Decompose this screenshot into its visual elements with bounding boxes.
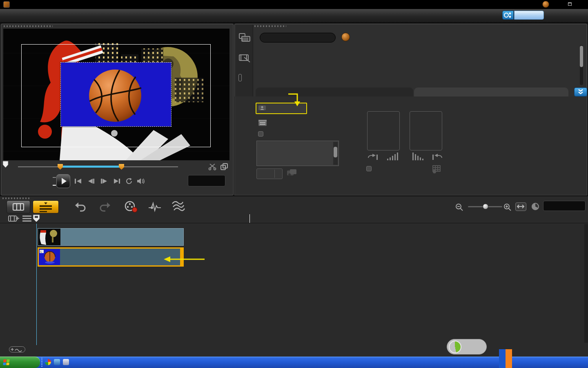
corel-guide-icon[interactable] [542, 1, 549, 8]
clip-uvs-bmp[interactable]: L [38, 247, 184, 267]
panel-grip [4, 25, 53, 27]
fade-in-style-icon[interactable] [386, 152, 399, 161]
gallery-filter-dropdown[interactable] [260, 33, 336, 43]
transition-icon[interactable] [238, 74, 242, 81]
storyboard-view-button[interactable] [7, 200, 30, 213]
go-start-button[interactable] [74, 178, 82, 184]
show-grid-checkbox[interactable] [366, 166, 372, 171]
timeline-vertical-scrollbar[interactable] [584, 224, 588, 343]
application-window: L [0, 0, 588, 368]
restore-button[interactable] [564, 1, 575, 8]
alignment-icon [258, 119, 267, 126]
mode-tick [53, 177, 56, 178]
exit-direction-group [410, 111, 442, 150]
start-button[interactable] [0, 357, 40, 368]
scrub-selection[interactable] [60, 166, 122, 168]
volume-button[interactable] [136, 177, 145, 185]
taskbar-separator [41, 358, 42, 367]
memory-pie [449, 341, 461, 353]
replace-filter-checkbox[interactable] [258, 131, 263, 137]
share-upload-icon[interactable] [502, 11, 514, 20]
home-marker[interactable] [2, 161, 9, 168]
applied-filter-list[interactable] [256, 141, 339, 166]
preview-timecode[interactable] [188, 175, 225, 186]
zoom-out-icon[interactable] [455, 203, 464, 212]
clip-thumbnail: L [39, 249, 60, 265]
play-button[interactable] [56, 174, 70, 188]
go-end-button[interactable] [113, 178, 122, 184]
duration-clock-icon[interactable] [531, 202, 540, 211]
drag-upload-button[interactable] [514, 11, 544, 20]
timeline-ruler[interactable] [0, 214, 588, 223]
quicklaunch-desktop-icon[interactable] [63, 359, 69, 365]
rotate-in-style-icon[interactable] [367, 152, 379, 161]
gallery-manager-icon[interactable] [341, 33, 350, 41]
clip-2jpg[interactable] [38, 228, 184, 246]
library-scrollbar[interactable] [580, 45, 583, 85]
playhead-line[interactable] [36, 224, 37, 345]
add-track-button[interactable] [9, 346, 25, 352]
media-library-icon[interactable] [238, 33, 251, 43]
split-clip-icon[interactable] [208, 163, 216, 171]
annotation-step1-arrow [164, 256, 205, 263]
enter-direction-group [367, 111, 400, 150]
ruler-marker-line [249, 214, 250, 223]
app-icon [3, 1, 10, 8]
annotation-step2-arrow [287, 92, 302, 107]
windows-logo-icon [3, 359, 10, 365]
ripple-edit-icon[interactable] [172, 201, 185, 213]
sound-mixer-icon[interactable] [148, 201, 162, 213]
redo-button[interactable] [99, 201, 111, 213]
customize-filter-icon [287, 169, 297, 177]
tab-edit[interactable] [256, 88, 413, 96]
clip-thumbnail [38, 229, 60, 245]
fade-out-style-icon[interactable] [412, 152, 424, 161]
quicklaunch-media-icon[interactable] [45, 359, 51, 365]
replace-filter-row [258, 131, 267, 137]
tab-attributes[interactable] [414, 88, 568, 96]
filter-list-scrollbar[interactable] [333, 142, 338, 165]
collapse-panel-button[interactable] [574, 88, 587, 96]
scrollbar-thumb[interactable] [580, 46, 583, 67]
net-speed-widget[interactable] [447, 339, 487, 355]
repeat-button[interactable] [125, 177, 133, 185]
rotate-out-style-icon[interactable] [431, 152, 443, 161]
library-grid-row2 [263, 80, 573, 86]
minimize-button[interactable] [552, 1, 563, 8]
mask-icon [258, 105, 266, 112]
prev-frame-button[interactable] [87, 178, 96, 184]
track-list-icon[interactable] [22, 215, 32, 222]
timeline-view-button[interactable] [33, 200, 59, 213]
instant-project-icon[interactable] [238, 53, 251, 63]
alignment-options-button[interactable] [258, 119, 270, 126]
menu-bar [0, 9, 588, 23]
timeline-timecode[interactable] [543, 201, 586, 211]
undo-button[interactable] [74, 201, 87, 213]
track-manager-icon[interactable] [8, 215, 19, 222]
next-frame-button[interactable] [100, 178, 109, 184]
basketball-image [87, 68, 143, 123]
fit-project-button[interactable] [515, 202, 526, 211]
zoom-in-icon[interactable] [503, 203, 512, 212]
show-grid-row [366, 166, 375, 171]
playhead-grabber[interactable] [33, 214, 40, 222]
zoom-slider-handle[interactable] [483, 204, 488, 209]
title-bar [0, 0, 588, 9]
grid-settings-icon[interactable] [431, 164, 442, 174]
record-capture-icon[interactable] [123, 200, 139, 213]
enlarge-preview-icon[interactable] [220, 163, 228, 171]
quicklaunch-ie-icon[interactable] [54, 359, 60, 365]
down-cc-watermark [499, 349, 512, 368]
preset-dropdown[interactable] [256, 168, 283, 179]
panel-grip [2, 197, 31, 199]
close-button[interactable] [577, 1, 587, 8]
restore-icon [568, 2, 572, 6]
mode-tick-sel [53, 185, 56, 186]
svg-text:L: L [40, 250, 42, 253]
customize-filter-button[interactable] [287, 169, 301, 177]
